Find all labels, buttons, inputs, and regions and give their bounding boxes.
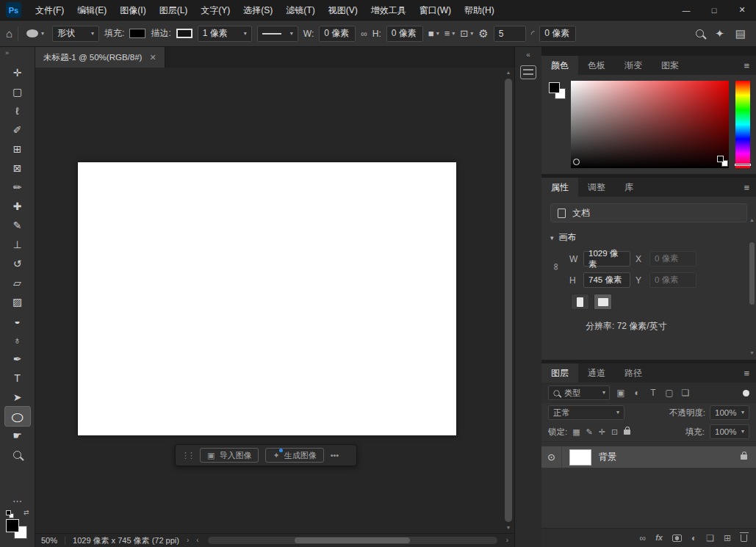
task-bar-drag-handle[interactable]: ⋮⋮ <box>181 451 193 460</box>
horizontal-scrollbar[interactable] <box>208 537 497 544</box>
pixel-layer-filter-icon[interactable]: ▣ <box>614 388 627 398</box>
canvas-width-input[interactable]: 1029 像素 <box>583 251 630 267</box>
menu-item-6[interactable]: 选择(S) <box>237 0 279 21</box>
scroll-up-icon[interactable]: ▲ <box>749 217 755 222</box>
color-tab-2[interactable]: 色板 <box>578 56 615 75</box>
properties-scrollbar[interactable]: ▲ ▼ <box>749 217 755 355</box>
new-group-icon[interactable]: ❏ <box>706 534 714 543</box>
stroke-color-swatch[interactable] <box>176 29 192 38</box>
dodge-tool[interactable]: ♁ <box>5 330 30 349</box>
foreground-color-swatch[interactable] <box>549 82 560 93</box>
lock-image-icon[interactable]: ✎ <box>586 427 593 437</box>
layers-tab-3[interactable]: 路径 <box>615 363 652 383</box>
menu-item-1[interactable]: 文件(F) <box>29 0 71 21</box>
layer-thumbnail[interactable] <box>569 449 591 466</box>
properties-panel-menu-icon[interactable]: ≡ <box>744 182 756 193</box>
hue-slider-marker[interactable] <box>735 164 751 166</box>
menu-item-11[interactable]: 帮助(H) <box>458 0 501 21</box>
stroke-style-select[interactable]: ▾ <box>257 26 298 42</box>
opacity-select[interactable]: 100% ▾ <box>710 405 749 420</box>
fill-select[interactable]: 100% ▾ <box>710 424 749 439</box>
layer-filter-toggle[interactable] <box>743 390 749 396</box>
pen-tool[interactable]: ✒ <box>5 349 30 369</box>
rectangular-marquee-tool[interactable]: ▢ <box>5 82 30 101</box>
eraser-tool[interactable]: ▱ <box>5 273 30 292</box>
shape-settings-gear-icon[interactable]: ⚙ <box>478 28 488 39</box>
properties-tab-3[interactable]: 库 <box>615 178 643 197</box>
menu-item-9[interactable]: 增效工具 <box>364 0 413 21</box>
quick-selection-tool[interactable]: ✐ <box>5 120 30 140</box>
path-arrange-button[interactable]: ⊡ ▾ <box>460 28 473 39</box>
default-colors-mini[interactable] <box>717 156 730 168</box>
document-tab[interactable]: 未标题-1 @ 50%(RGB/8#) ✕ <box>35 47 165 68</box>
add-mask-icon[interactable] <box>672 535 682 542</box>
tool-mode-select[interactable]: 形状 ▾ <box>52 26 99 42</box>
shape-height-input[interactable]: 0 像素 <box>386 26 423 42</box>
collapsed-panel-icon[interactable] <box>520 65 536 79</box>
fill-color-swatch[interactable] <box>129 29 145 38</box>
ellipse-tool[interactable]: ◯ <box>5 407 30 426</box>
corner-radius-input[interactable]: 0 像素 <box>539 26 576 42</box>
properties-tab-2[interactable]: 调整 <box>578 178 615 197</box>
status-menu-icon[interactable]: › <box>187 537 189 544</box>
canvas-y-input[interactable]: 0 像素 <box>649 272 696 288</box>
expand-dock-icon[interactable]: « <box>526 51 530 59</box>
vertical-scrollbar-thumb[interactable] <box>505 79 512 522</box>
shape-width-input[interactable]: 0 像素 <box>319 26 356 42</box>
smart-object-filter-icon[interactable]: ❏ <box>679 388 692 398</box>
link-dimensions-icon[interactable]: ∞ <box>361 29 367 38</box>
layer-style-icon[interactable]: fx <box>655 534 663 542</box>
type-layer-filter-icon[interactable]: T <box>647 388 660 398</box>
properties-scrollbar-thumb[interactable] <box>749 242 755 305</box>
canvas-viewport[interactable]: ⋮⋮ ▣ 导入图像 ✦ 生成图像 ••• ▲ ▼ <box>35 68 514 533</box>
layers-tab-1[interactable]: 图层 <box>541 363 578 383</box>
home-icon[interactable]: ⌂ <box>6 28 12 39</box>
stroke-width-select[interactable]: 1 像素 ▾ <box>198 26 252 42</box>
canvas-x-input[interactable]: 0 像素 <box>649 251 696 267</box>
menu-item-4[interactable]: 图层(L) <box>153 0 195 21</box>
minimize-button[interactable]: — <box>672 0 700 20</box>
color-tab-4[interactable]: 图案 <box>652 56 688 75</box>
vertical-scrollbar[interactable]: ▲ ▼ <box>504 69 513 532</box>
link-layers-icon[interactable]: ∞ <box>640 534 647 543</box>
lock-artboard-icon[interactable]: ⊡ <box>611 427 618 437</box>
scroll-left-icon[interactable]: ‹ <box>196 537 198 544</box>
import-image-button[interactable]: ▣ 导入图像 <box>200 448 259 463</box>
hand-tool[interactable]: ☛ <box>5 426 30 445</box>
edit-toolbar-icon[interactable]: ⋯ <box>12 496 22 507</box>
maximize-button[interactable]: □ <box>700 0 728 20</box>
visibility-toggle[interactable]: ⊙ <box>541 446 562 468</box>
document-properties-row[interactable]: 文档 <box>550 203 747 222</box>
landscape-orientation-button[interactable] <box>594 294 612 310</box>
default-colors-icon[interactable] <box>6 510 11 515</box>
adjustment-layer-filter-icon[interactable]: ◐ <box>630 388 644 398</box>
move-tool[interactable]: ✛ <box>5 63 30 82</box>
scroll-down-icon[interactable]: ▼ <box>504 524 513 532</box>
close-tab-icon[interactable]: ✕ <box>149 53 156 62</box>
layer-lock-icon[interactable] <box>741 454 747 460</box>
layers-panel-menu-icon[interactable]: ≡ <box>744 368 756 379</box>
workspace-switcher-icon[interactable]: ▤ <box>735 28 746 39</box>
horizontal-scrollbar-thumb[interactable] <box>295 537 411 543</box>
scroll-right-icon[interactable]: › <box>506 537 508 544</box>
frame-tool[interactable]: ⊠ <box>5 159 30 178</box>
task-bar-more-button[interactable]: ••• <box>331 451 339 460</box>
color-panel-menu-icon[interactable]: ≡ <box>744 60 756 71</box>
generate-image-button[interactable]: ✦ 生成图像 <box>265 448 323 463</box>
zoom-level-field[interactable]: 50% <box>41 536 57 545</box>
menu-item-3[interactable]: 图像(I) <box>113 0 152 21</box>
blur-tool[interactable]: ◒ <box>5 311 30 330</box>
path-operations-button[interactable]: ■ ▾ <box>428 28 439 39</box>
toolbar-expand-icon[interactable]: » <box>0 47 35 59</box>
saturation-brightness-picker[interactable] <box>571 81 729 168</box>
properties-tab-1[interactable]: 属性 <box>541 178 578 197</box>
foreground-color-swatch[interactable] <box>6 519 19 532</box>
path-selection-tool[interactable]: ➤ <box>5 388 30 407</box>
hue-slider[interactable] <box>735 81 750 168</box>
smooth-radius-input[interactable]: 5 <box>494 26 526 42</box>
menu-item-2[interactable]: 编辑(E) <box>71 0 113 21</box>
lock-transparency-icon[interactable]: ▦ <box>572 427 580 437</box>
lock-position-icon[interactable]: ✛ <box>599 427 605 437</box>
menu-item-5[interactable]: 文字(Y) <box>194 0 237 21</box>
clone-stamp-tool[interactable]: ⊥ <box>5 235 30 254</box>
